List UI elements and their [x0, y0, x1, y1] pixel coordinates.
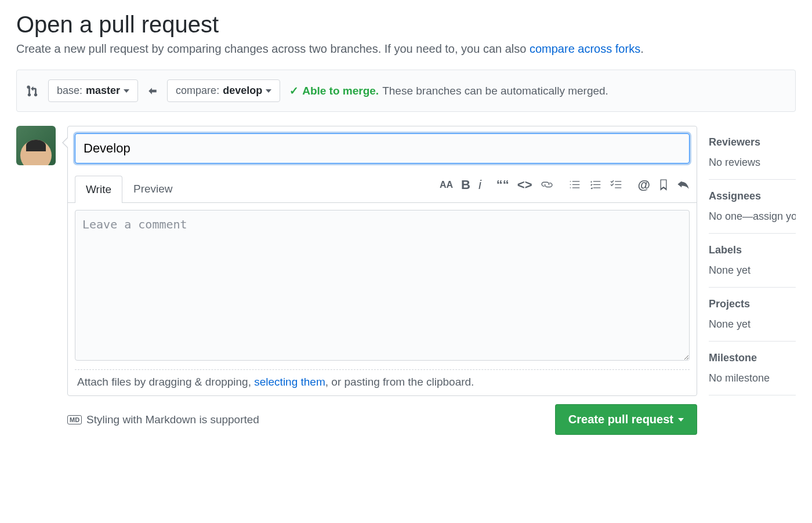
avatar — [16, 126, 56, 165]
compare-bar: base: master compare: develop ✓ Able to … — [16, 70, 796, 112]
tab-preview[interactable]: Preview — [122, 175, 184, 202]
mention-icon[interactable]: @ — [638, 177, 650, 193]
reply-icon[interactable] — [677, 179, 690, 191]
quote-icon[interactable]: ““ — [496, 177, 509, 193]
base-label: base: — [57, 85, 82, 97]
projects-title: Projects — [709, 298, 796, 310]
compare-label: compare: — [176, 85, 219, 97]
ordered-list-icon[interactable] — [589, 179, 602, 191]
compare-branch-selector[interactable]: compare: develop — [167, 79, 280, 102]
create-pr-label: Create pull request — [568, 413, 673, 426]
assignees-title: Assignees — [709, 190, 796, 202]
merge-able-text: Able to merge. — [302, 85, 379, 97]
caret-down-icon — [124, 89, 129, 93]
markdown-note: MD Styling with Markdown is supported — [67, 413, 259, 426]
attach-text-pre: Attach files by dragging & dropping, — [77, 376, 254, 388]
subtitle-text: Create a new pull request by comparing c… — [16, 42, 530, 55]
labels-value: None yet — [709, 264, 796, 277]
caret-down-icon — [678, 418, 684, 422]
italic-icon[interactable]: i — [478, 177, 481, 193]
compare-branch-value: develop — [223, 85, 262, 97]
assignees-value: No one—assign yourself — [709, 210, 796, 223]
tab-body: Attach files by dragging & dropping, sel… — [68, 202, 697, 388]
selecting-them-link[interactable]: selecting them — [254, 376, 325, 388]
subtitle-post: . — [640, 42, 644, 55]
compare-across-forks-link[interactable]: compare across forks — [530, 42, 640, 55]
pr-title-input[interactable] — [75, 133, 690, 164]
md-toolbar: AA B i ““ <> — [440, 177, 690, 196]
markdown-icon: MD — [67, 415, 82, 424]
check-icon: ✓ — [289, 84, 299, 97]
sidebar-assignees[interactable]: Assignees No one—assign yourself — [709, 180, 796, 234]
base-branch-selector[interactable]: base: master — [48, 79, 138, 102]
projects-value: None yet — [709, 318, 796, 330]
attach-text-post: , or pasting from the clipboard. — [325, 376, 474, 388]
compose-footer: MD Styling with Markdown is supported Cr… — [67, 396, 697, 435]
sidebar-projects[interactable]: Projects None yet — [709, 288, 796, 342]
compose-box: Write Preview AA B i ““ <> — [67, 126, 697, 396]
git-compare-icon — [26, 85, 39, 97]
sidebar-milestone[interactable]: Milestone No milestone — [709, 342, 796, 395]
code-icon[interactable]: <> — [517, 177, 532, 193]
page-title: Open a pull request — [16, 12, 796, 38]
create-pull-request-button[interactable]: Create pull request — [555, 404, 697, 435]
task-list-icon[interactable] — [610, 179, 623, 191]
merge-desc-text: These branches can be automatically merg… — [382, 85, 608, 97]
base-branch-value: master — [86, 85, 120, 97]
sidebar: Reviewers No reviews Assignees No one—as… — [709, 126, 796, 395]
compose-tabs: Write Preview — [75, 175, 184, 202]
sidebar-reviewers[interactable]: Reviewers No reviews — [709, 126, 796, 180]
bookmark-icon[interactable] — [658, 179, 669, 191]
tab-write[interactable]: Write — [75, 176, 122, 203]
pr-description-textarea[interactable] — [75, 210, 690, 361]
milestone-title: Milestone — [709, 352, 796, 364]
sidebar-labels[interactable]: Labels None yet — [709, 234, 796, 288]
caret-down-icon — [266, 89, 271, 93]
reviewers-title: Reviewers — [709, 136, 796, 148]
bold-icon[interactable]: B — [461, 177, 470, 193]
reviewers-value: No reviews — [709, 157, 796, 169]
unordered-list-icon[interactable] — [568, 179, 581, 191]
merge-status: ✓ Able to merge. These branches can be a… — [289, 84, 608, 97]
link-icon[interactable] — [541, 179, 553, 191]
page-subtitle: Create a new pull request by comparing c… — [16, 42, 796, 56]
arrow-left-icon — [147, 86, 158, 96]
milestone-value: No milestone — [709, 372, 796, 384]
markdown-note-text: Styling with Markdown is supported — [86, 413, 259, 426]
heading-icon[interactable]: AA — [440, 180, 453, 190]
attach-hint: Attach files by dragging & dropping, sel… — [75, 369, 690, 388]
labels-title: Labels — [709, 244, 796, 256]
